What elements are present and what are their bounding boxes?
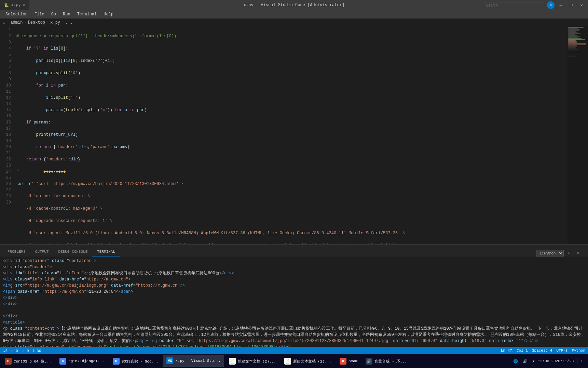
terminal-line: <div class="header"> bbox=[3, 264, 585, 270]
taskbar-vscode-label: x.py - Visual Stu... bbox=[175, 359, 220, 363]
taskbar-nginx-label: nginx+django+... bbox=[68, 359, 105, 363]
taskbar-nginx[interactable]: C nginx+django+... bbox=[56, 355, 108, 367]
audio-icon: 🔊 bbox=[366, 358, 372, 365]
vscode-icon: VS bbox=[166, 357, 173, 364]
terminal-line: <article> bbox=[3, 319, 585, 326]
status-left: ⎇ ⊗ 0 △ 0 ℹ 30 bbox=[3, 349, 41, 353]
menu-bar: Selection File Go Run Terminal Help bbox=[0, 10, 588, 19]
terminal-content[interactable]: <div id="container" class="container"> <… bbox=[0, 257, 588, 347]
taskbar-notepad1-label: 新建文本文档 (2)... bbox=[238, 359, 276, 364]
menu-selection[interactable]: Selection bbox=[3, 11, 30, 17]
breadcrumb-file[interactable]: x.py bbox=[50, 20, 60, 25]
editor-area: 1 2 3 4 5 6 7 8 9 10 11 12 13 14 15 16 1… bbox=[0, 26, 588, 347]
minimize-button[interactable]: — bbox=[557, 1, 565, 9]
status-spaces[interactable]: Spaces: 4 bbox=[532, 349, 552, 353]
taskbar-boss-label: BOSS直聘 - Goo... bbox=[122, 359, 159, 364]
taskbar-audio-label: 音量合成 - 环... bbox=[374, 359, 407, 364]
terminal-selector[interactable]: 1: Python 2: bash bbox=[536, 250, 564, 257]
ocam-icon: O bbox=[340, 358, 346, 365]
tab-output[interactable]: OUTPUT bbox=[30, 248, 54, 257]
tray-time[interactable]: 12:00 bbox=[538, 359, 549, 363]
notepad-icon-1: 📄 bbox=[229, 358, 236, 365]
warning-icon: △ bbox=[22, 349, 25, 353]
menu-terminal[interactable]: Terminal bbox=[74, 11, 100, 17]
title-bar: 🐍 x.py ✕ x.py - Visual Studio Code [Admi… bbox=[0, 0, 588, 10]
terminal-panel: PROBLEMS OUTPUT DEBUG CONSOLE TERMINAL 1… bbox=[0, 244, 588, 347]
taskbar-notepad2[interactable]: 📄 新建文本文档 (2)... bbox=[281, 355, 335, 367]
close-window-button[interactable]: ✕ bbox=[578, 1, 585, 9]
terminal-line: <div id="container" class="container"> bbox=[3, 258, 585, 264]
taskbar-centos-label: CentOS 6 64 位... bbox=[14, 359, 51, 364]
close-panel-button[interactable]: ✕ bbox=[574, 250, 583, 256]
terminal-line: <p class="contentFont">【北京地铁全路网布设口罩自助售货机… bbox=[3, 326, 585, 344]
system-tray: 🌐 🔊 ⚡ 12:00 2020/11/23 ▫ bbox=[509, 358, 587, 364]
minimap[interactable] bbox=[568, 26, 588, 244]
tab-problems[interactable]: PROBLEMS bbox=[3, 248, 30, 257]
tab-bar: 🐍 x.py ✕ bbox=[0, 0, 29, 10]
status-warnings[interactable]: △ 0 bbox=[22, 349, 29, 353]
error-icon: ⊗ bbox=[11, 349, 14, 353]
notepad-icon-2: 📄 bbox=[284, 358, 291, 365]
terminal-line: </div> bbox=[3, 295, 585, 301]
code-editor[interactable]: 1 2 3 4 5 6 7 8 9 10 11 12 13 14 15 16 1… bbox=[0, 26, 588, 244]
taskbar-ocam-label: ocam bbox=[348, 359, 357, 363]
taskbar-boss[interactable]: C BOSS直聘 - Goo... bbox=[109, 355, 162, 367]
tray-icon-power[interactable]: ⚡ bbox=[531, 358, 536, 364]
status-git[interactable]: ⎇ bbox=[3, 349, 7, 353]
taskbar: C CentOS 6 64 位... C nginx+django+... C … bbox=[0, 354, 588, 368]
menu-file[interactable]: File bbox=[32, 11, 47, 17]
taskbar-audio[interactable]: 🔊 音量合成 - 环... bbox=[362, 355, 410, 367]
code-content[interactable]: # response = requests.get('{}', headers=… bbox=[14, 26, 568, 244]
tab-debug-console[interactable]: DEBUG CONSOLE bbox=[53, 248, 92, 257]
tray-show-desktop[interactable]: ▫ bbox=[577, 358, 584, 364]
menu-go[interactable]: Go bbox=[49, 11, 59, 17]
terminal-line: <div id="title" class="titleFont">北京地铁全路… bbox=[3, 270, 585, 276]
maximize-button[interactable]: □ bbox=[568, 1, 575, 9]
line-numbers: 1 2 3 4 5 6 7 8 9 10 11 12 13 14 15 16 1… bbox=[0, 26, 14, 244]
menu-run[interactable]: Run bbox=[60, 11, 73, 17]
menu-help[interactable]: Help bbox=[101, 11, 116, 17]
status-encoding[interactable]: UTF-8 bbox=[556, 349, 568, 353]
status-errors[interactable]: ⊗ 0 bbox=[11, 349, 18, 353]
breadcrumb-admin[interactable]: admin bbox=[10, 20, 23, 25]
tab-xpy[interactable]: 🐍 x.py ✕ bbox=[0, 0, 29, 10]
tab-icon: 🐍 bbox=[4, 3, 9, 8]
taskbar-centos[interactable]: C CentOS 6 64 位... bbox=[1, 355, 55, 367]
avatar[interactable]: ⚙ bbox=[547, 1, 555, 9]
tray-icon-network[interactable]: 🌐 bbox=[512, 358, 519, 364]
status-position[interactable]: Ln 47, Col 1 bbox=[501, 349, 528, 353]
breadcrumb-sep3: › bbox=[46, 20, 49, 25]
status-language[interactable]: Python bbox=[572, 349, 585, 353]
breadcrumb-sep2: › bbox=[24, 20, 26, 25]
breadcrumb-sep4: › bbox=[61, 20, 64, 25]
tab-label: x.py bbox=[11, 3, 21, 8]
breadcrumb-part[interactable]: ⌂ bbox=[3, 20, 5, 25]
panel-actions: 1: Python 2: bash + ✕ bbox=[536, 250, 585, 257]
breadcrumb: ⌂ › admin › Desktop › x.py › ... bbox=[0, 19, 588, 26]
breadcrumb-desktop[interactable]: Desktop bbox=[28, 20, 45, 25]
info-icon: ℹ bbox=[33, 349, 35, 353]
status-info[interactable]: ℹ 30 bbox=[33, 349, 41, 353]
terminal-line: </div> bbox=[3, 313, 585, 319]
chrome-icon-1: C bbox=[59, 358, 66, 365]
add-terminal-button[interactable]: + bbox=[565, 250, 573, 256]
window-title: x.py - Visual Studio Code [Administrator… bbox=[244, 3, 344, 8]
taskbar-notepad1[interactable]: 📄 新建文本文档 (2)... bbox=[225, 355, 279, 367]
tray-date[interactable]: 2020/11/23 bbox=[551, 359, 574, 363]
taskbar-ocam[interactable]: O ocam bbox=[336, 355, 361, 367]
terminal-line: <div class="info link" data-href="https:… bbox=[3, 276, 585, 282]
tab-close-button[interactable]: ✕ bbox=[23, 3, 25, 7]
taskbar-notepad2-label: 新建文本文档 (2)... bbox=[293, 359, 331, 364]
status-right: Ln 47, Col 1 Spaces: 4 UTF-8 Python bbox=[501, 349, 585, 353]
terminal-line: <span data-href="https://m.gmw.cn">11-23… bbox=[3, 289, 585, 295]
terminal-line: <div style="display:none" id="yuanweninf… bbox=[3, 344, 585, 347]
search-input[interactable] bbox=[483, 2, 544, 8]
tab-terminal[interactable]: TERMINAL bbox=[92, 248, 120, 257]
tray-icon-volume[interactable]: 🔊 bbox=[521, 358, 529, 364]
breadcrumb-sep: › bbox=[6, 20, 9, 25]
status-bar: ⎇ ⊗ 0 △ 0 ℹ 30 Ln 47, Col 1 Spaces: 4 UT… bbox=[0, 347, 588, 354]
minimap-content bbox=[568, 26, 588, 57]
breadcrumb-more[interactable]: ... bbox=[65, 20, 73, 25]
taskbar-vscode[interactable]: VS x.py - Visual Stu... bbox=[163, 355, 224, 367]
chrome-icon-2: C bbox=[113, 358, 120, 365]
